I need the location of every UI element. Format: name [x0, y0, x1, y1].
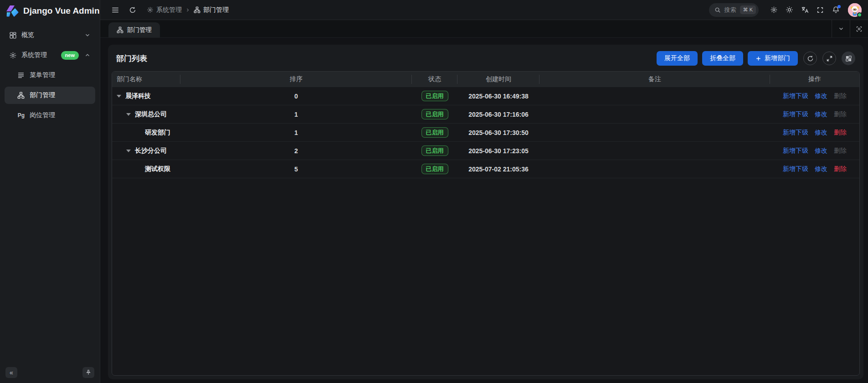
edit-link[interactable]: 修改	[815, 147, 827, 155]
sidebar-item-label: 概览	[21, 31, 80, 39]
created-time-cell: 2025-06-30 17:16:06	[457, 105, 539, 123]
column-settings-button[interactable]	[842, 52, 855, 65]
app-title: Django Vue Admin	[23, 6, 99, 16]
fullscreen-button[interactable]	[813, 3, 827, 17]
pin-icon	[85, 369, 92, 376]
language-button[interactable]	[798, 3, 812, 17]
main-column: 系统管理 部门管理 搜索	[100, 0, 868, 383]
breadcrumb-department[interactable]: 部门管理	[194, 6, 229, 14]
sort-cell: 0	[180, 87, 412, 105]
user-avatar[interactable]	[848, 3, 862, 17]
sort-cell: 1	[180, 105, 412, 123]
sidebar-toggle-button[interactable]	[108, 3, 122, 17]
notifications-button[interactable]	[829, 3, 842, 17]
actions-cell: 新增下级修改删除	[770, 105, 859, 123]
column-header-remark: 备注	[539, 72, 770, 87]
add-child-link[interactable]: 新增下级	[783, 110, 808, 119]
sort-cell: 2	[180, 142, 412, 160]
collapse-all-button[interactable]: 折叠全部	[702, 51, 743, 66]
hamburger-icon	[111, 6, 119, 14]
search-icon	[714, 7, 721, 13]
new-badge: new	[61, 51, 79, 60]
sitemap-icon	[17, 92, 25, 99]
settings-button[interactable]	[767, 3, 781, 17]
edit-link[interactable]: 修改	[815, 165, 827, 173]
status-cell: 已启用	[412, 87, 457, 105]
sidebar-collapse-button[interactable]: «	[5, 367, 17, 378]
table-row: 深圳总公司1已启用2025-06-30 17:16:06新增下级修改删除	[112, 105, 859, 124]
refresh-button[interactable]	[126, 3, 139, 17]
menu-list-icon	[17, 72, 25, 79]
status-badge: 已启用	[421, 145, 448, 156]
panel-toolbar: 展开全部 折叠全部 新增部门	[657, 51, 855, 66]
breadcrumb-label: 系统管理	[156, 6, 182, 14]
tree-expand-caret[interactable]	[117, 95, 121, 98]
sidebar-item-overview[interactable]: 概览	[5, 26, 95, 44]
theme-toggle-button[interactable]	[782, 3, 796, 17]
remark-cell	[539, 105, 770, 123]
tree-expand-caret[interactable]	[126, 150, 131, 152]
delete-link[interactable]: 删除	[834, 129, 847, 137]
delete-link-disabled: 删除	[834, 92, 847, 100]
edit-link[interactable]: 修改	[815, 92, 827, 100]
column-header-name: 部门名称	[112, 72, 180, 87]
sidebar-item-department-management[interactable]: 部门管理	[5, 87, 95, 104]
table-header-row: 部门名称 排序 状态 创建时间 备注 操作	[112, 72, 859, 87]
online-status-dot	[857, 12, 862, 17]
status-badge: 已启用	[421, 109, 448, 120]
breadcrumb: 系统管理 部门管理	[147, 6, 229, 14]
add-child-link[interactable]: 新增下级	[783, 147, 808, 155]
breadcrumb-system[interactable]: 系统管理	[147, 6, 182, 14]
created-time-cell: 2025-06-30 17:30:50	[457, 124, 539, 141]
expand-all-button[interactable]: 展开全部	[657, 51, 698, 66]
table-refresh-button[interactable]	[803, 52, 817, 65]
table-fullscreen-button[interactable]	[822, 52, 836, 65]
tab-department-management[interactable]: 部门管理	[108, 22, 160, 37]
status-badge: 已启用	[421, 164, 448, 175]
search-shortcut-kbd: ⌘ K	[740, 5, 756, 14]
column-header-status: 状态	[412, 72, 457, 87]
delete-link-disabled: 删除	[834, 110, 847, 119]
tabs-dropdown-button[interactable]	[832, 20, 850, 37]
sidebar-footer: «	[0, 362, 100, 383]
status-cell: 已启用	[412, 160, 457, 178]
add-child-link[interactable]: 新增下级	[783, 129, 808, 137]
logo-row[interactable]: Django Vue Admin	[0, 0, 100, 22]
content-maximize-button[interactable]	[850, 20, 868, 37]
global-search[interactable]: 搜索 ⌘ K	[709, 3, 759, 17]
delete-link-disabled: 删除	[834, 147, 847, 155]
table-row: 测试权限5已启用2025-07-02 21:05:36新增下级修改删除	[112, 160, 859, 178]
refresh-icon	[129, 6, 136, 14]
topbar: 系统管理 部门管理 搜索	[100, 0, 868, 20]
sidebar-item-label: 菜单管理	[30, 71, 91, 79]
add-child-link[interactable]: 新增下级	[783, 165, 808, 173]
table-body: 晨泽科技0已启用2025-06-30 16:49:38新增下级修改删除深圳总公司…	[112, 87, 859, 178]
edit-link[interactable]: 修改	[815, 129, 827, 137]
fullscreen-icon	[817, 6, 824, 14]
created-time-cell: 2025-06-30 17:23:05	[457, 142, 539, 160]
created-time-cell: 2025-07-02 21:05:36	[457, 160, 539, 178]
tree-expand-caret[interactable]	[126, 113, 131, 116]
add-child-link[interactable]: 新增下级	[783, 92, 808, 100]
delete-link[interactable]: 删除	[834, 165, 847, 173]
sidebar-item-position-management[interactable]: Pg 岗位管理	[5, 107, 95, 124]
sidebar-item-menu-management[interactable]: 菜单管理	[5, 67, 95, 84]
sitemap-icon	[117, 26, 123, 33]
add-department-button[interactable]: 新增部门	[748, 51, 798, 66]
status-cell: 已启用	[412, 124, 457, 141]
breadcrumb-label: 部门管理	[203, 6, 229, 14]
column-header-created: 创建时间	[457, 72, 539, 87]
edit-link[interactable]: 修改	[815, 110, 827, 119]
pg-text-icon: Pg	[17, 112, 25, 119]
sidebar-item-system[interactable]: 系统管理 new	[5, 47, 95, 64]
sort-cell: 1	[180, 124, 412, 141]
gear-icon	[770, 6, 778, 14]
status-cell: 已启用	[412, 105, 457, 123]
overview-icon	[9, 31, 17, 39]
notification-dot	[837, 5, 841, 8]
department-table: 部门名称 排序 状态 创建时间 备注 操作 晨泽科技0已启用2025-06-30…	[112, 71, 860, 376]
department-name-cell: 晨泽科技	[112, 87, 180, 105]
sidebar-item-label: 系统管理	[21, 51, 56, 59]
sidebar-pin-button[interactable]	[82, 367, 94, 378]
department-name: 深圳总公司	[135, 110, 167, 119]
